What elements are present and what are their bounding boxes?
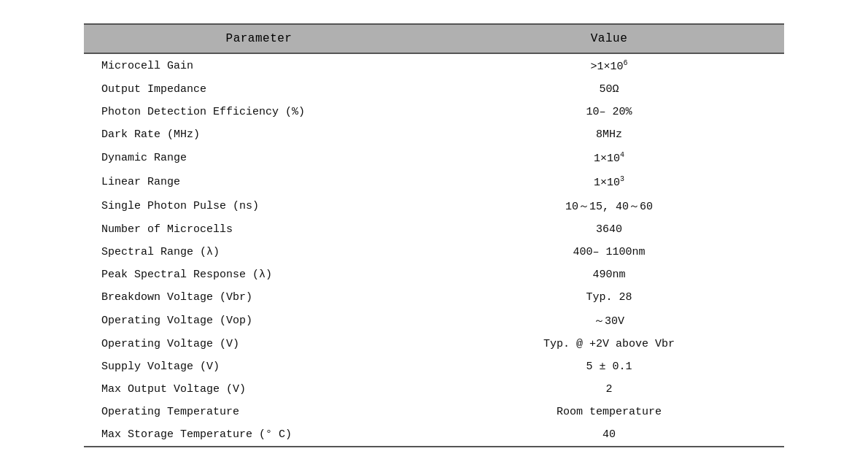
specs-table: Parameter Value Microcell Gain>1×106Outp… [84, 23, 784, 447]
table-row: Operating Voltage (V)Typ. @ +2V above Vb… [84, 333, 784, 355]
value-cell: 490nm [434, 263, 784, 286]
table-row: Output Impedance50Ω [84, 78, 784, 101]
parameter-cell: Max Storage Temperature (° C) [84, 423, 434, 447]
parameter-cell: Linear Range [84, 170, 434, 194]
col-header-value: Value [434, 24, 784, 53]
table-row: Operating Voltage (Vop)～30V [84, 309, 784, 333]
table-row: Dark Rate (MHz)8MHz [84, 123, 784, 146]
parameter-cell: Supply Voltage (V) [84, 355, 434, 378]
value-cell: 2 [434, 378, 784, 401]
col-header-parameter: Parameter [84, 24, 434, 53]
value-cell: 8MHz [434, 123, 784, 146]
parameter-cell: Single Photon Pulse (ns) [84, 194, 434, 218]
parameter-cell: Dynamic Range [84, 146, 434, 170]
table-row: Operating TemperatureRoom temperature [84, 401, 784, 423]
parameter-cell: Breakdown Voltage (Vbr) [84, 286, 434, 309]
table-header-row: Parameter Value [84, 24, 784, 53]
parameter-cell: Operating Voltage (Vop) [84, 309, 434, 333]
parameter-cell: Peak Spectral Response (λ) [84, 263, 434, 286]
value-cell: Typ. 28 [434, 286, 784, 309]
parameter-cell: Number of Microcells [84, 218, 434, 241]
value-cell: 5 ± 0.1 [434, 355, 784, 378]
value-cell: ～30V [434, 309, 784, 333]
value-cell: 400– 1100nm [434, 241, 784, 263]
table-row: Number of Microcells3640 [84, 218, 784, 241]
value-cell: 40 [434, 423, 784, 447]
parameter-cell: Dark Rate (MHz) [84, 123, 434, 146]
table-row: Photon Detection Efficiency (%)10– 20% [84, 101, 784, 123]
value-cell: >1×106 [434, 53, 784, 78]
value-cell: Room temperature [434, 401, 784, 423]
parameter-cell: Output Impedance [84, 78, 434, 101]
parameter-cell: Operating Voltage (V) [84, 333, 434, 355]
value-cell: 50Ω [434, 78, 784, 101]
table-row: Single Photon Pulse (ns)10～15, 40～60 [84, 194, 784, 218]
table-row: Dynamic Range1×104 [84, 146, 784, 170]
value-cell: 10– 20% [434, 101, 784, 123]
value-cell: 10～15, 40～60 [434, 194, 784, 218]
table-row: Supply Voltage (V)5 ± 0.1 [84, 355, 784, 378]
parameter-cell: Operating Temperature [84, 401, 434, 423]
parameter-cell: Max Output Voltage (V) [84, 378, 434, 401]
table-container: Parameter Value Microcell Gain>1×106Outp… [84, 23, 784, 447]
table-row: Max Output Voltage (V)2 [84, 378, 784, 401]
value-cell: 3640 [434, 218, 784, 241]
table-row: Peak Spectral Response (λ)490nm [84, 263, 784, 286]
parameter-cell: Microcell Gain [84, 53, 434, 78]
table-row: Linear Range1×103 [84, 170, 784, 194]
table-row: Spectral Range (λ)400– 1100nm [84, 241, 784, 263]
parameter-cell: Spectral Range (λ) [84, 241, 434, 263]
value-cell: 1×104 [434, 146, 784, 170]
value-cell: Typ. @ +2V above Vbr [434, 333, 784, 355]
table-row: Max Storage Temperature (° C)40 [84, 423, 784, 447]
value-cell: 1×103 [434, 170, 784, 194]
table-row: Breakdown Voltage (Vbr)Typ. 28 [84, 286, 784, 309]
parameter-cell: Photon Detection Efficiency (%) [84, 101, 434, 123]
table-row: Microcell Gain>1×106 [84, 53, 784, 78]
